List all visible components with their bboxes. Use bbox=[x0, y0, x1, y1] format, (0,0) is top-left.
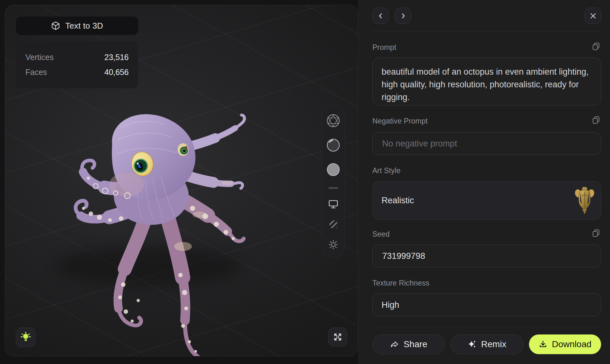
model-stats: Vertices 23,516 Faces 40,656 bbox=[16, 41, 138, 88]
copy-seed-button[interactable] bbox=[592, 229, 600, 238]
seed-field bbox=[372, 245, 601, 267]
art-style-value: Realistic bbox=[382, 196, 414, 206]
copy-icon bbox=[592, 116, 600, 125]
app-window: Text to 3D Vertices 23,516 Faces 40,656 bbox=[0, 0, 610, 364]
art-style-thumbnail bbox=[574, 185, 595, 216]
seed-label: Seed bbox=[372, 230, 390, 239]
prompt-label: Prompt bbox=[372, 43, 396, 52]
download-button[interactable]: Download bbox=[529, 334, 601, 354]
texture-richness-label: Texture Richness bbox=[372, 279, 430, 287]
fullscreen-button[interactable] bbox=[328, 327, 347, 347]
cube-icon bbox=[51, 21, 60, 30]
share-label: Share bbox=[403, 339, 427, 349]
copy-prompt-button[interactable] bbox=[592, 42, 600, 51]
texture-hatch-icon bbox=[329, 219, 338, 229]
art-style-label: Art Style bbox=[372, 166, 401, 175]
copy-icon bbox=[592, 229, 600, 238]
sparkles-icon bbox=[468, 340, 477, 349]
faces-value: 40,656 bbox=[105, 68, 129, 77]
art-style-select[interactable]: Realistic bbox=[372, 181, 601, 220]
share-button[interactable]: Share bbox=[372, 334, 445, 354]
text-to-3d-badge: Text to 3D bbox=[16, 17, 138, 35]
negative-prompt-label: Negative Prompt bbox=[372, 117, 428, 125]
stats-row: Vertices 23,516 bbox=[25, 53, 129, 62]
chevron-right-icon bbox=[400, 13, 406, 19]
negative-prompt-field bbox=[372, 132, 601, 155]
faces-label: Faces bbox=[25, 68, 47, 77]
prompt-text[interactable]: beautiful model of an octopus in even am… bbox=[372, 58, 601, 105]
toolbar-divider bbox=[329, 187, 338, 189]
expand-icon bbox=[333, 332, 342, 342]
actions-row: Share Remix Download bbox=[372, 334, 601, 354]
remix-button[interactable]: Remix bbox=[451, 334, 523, 354]
close-icon bbox=[589, 12, 597, 20]
texture-richness-select[interactable]: High bbox=[372, 293, 601, 316]
back-button[interactable] bbox=[372, 8, 389, 24]
light-toggle-button[interactable] bbox=[16, 327, 36, 347]
download-icon bbox=[539, 340, 547, 349]
lightbulb-icon bbox=[20, 331, 32, 343]
seed-input[interactable] bbox=[382, 251, 592, 261]
close-button[interactable] bbox=[585, 8, 601, 24]
view-material-button[interactable] bbox=[326, 138, 340, 152]
texture-mode-button[interactable] bbox=[329, 219, 338, 229]
stats-row: Faces 40,656 bbox=[25, 68, 129, 77]
vertices-label: Vertices bbox=[25, 53, 54, 62]
copy-negative-prompt-button[interactable] bbox=[592, 116, 600, 125]
negative-prompt-input[interactable] bbox=[382, 138, 592, 149]
vertices-value: 23,516 bbox=[105, 53, 129, 62]
view-solid-button[interactable] bbox=[326, 163, 340, 177]
wireframe-sphere-icon bbox=[326, 114, 340, 128]
details-panel: Prompt beautiful model of an octopus in … bbox=[358, 0, 610, 364]
texture-richness-value: High bbox=[382, 300, 399, 310]
header-divider bbox=[372, 31, 601, 31]
viewport-toolbar bbox=[322, 105, 345, 258]
chevron-left-icon bbox=[377, 13, 384, 19]
copy-icon bbox=[592, 42, 600, 51]
download-label: Download bbox=[552, 339, 592, 349]
brightness-sun-icon bbox=[328, 239, 338, 250]
solid-sphere-icon bbox=[326, 163, 340, 177]
brightness-button[interactable] bbox=[328, 239, 338, 250]
prompt-value: beautiful model of an octopus in even am… bbox=[382, 65, 592, 104]
forward-button[interactable] bbox=[395, 8, 411, 24]
model-viewport[interactable]: Text to 3D Vertices 23,516 Faces 40,656 bbox=[5, 5, 358, 356]
display-mode-button[interactable] bbox=[328, 199, 338, 209]
material-sphere-icon bbox=[326, 138, 340, 152]
remix-label: Remix bbox=[481, 339, 506, 349]
monitor-icon bbox=[328, 199, 338, 209]
share-icon bbox=[390, 340, 399, 349]
actions-divider bbox=[372, 327, 601, 327]
badge-label: Text to 3D bbox=[65, 21, 103, 31]
view-wireframe-button[interactable] bbox=[326, 114, 340, 128]
